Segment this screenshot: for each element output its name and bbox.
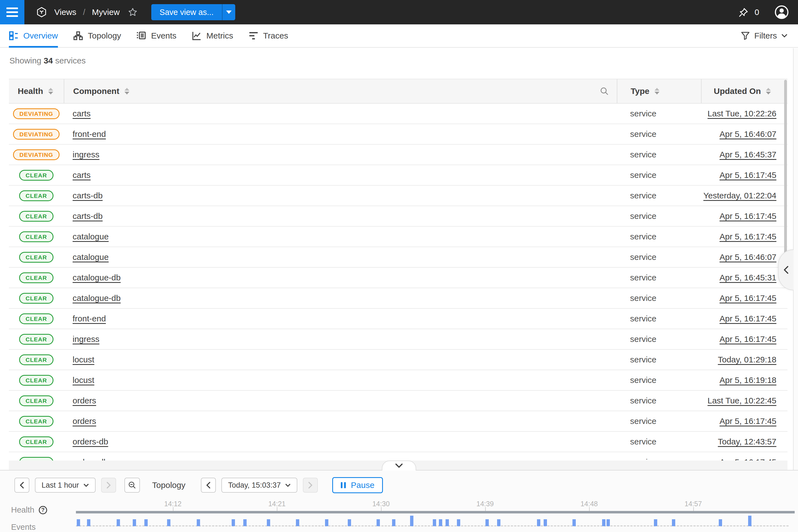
updated-on-link[interactable]: Yesterday, 01:22:04 (703, 191, 776, 200)
column-header-updated-on[interactable]: Updated On (701, 79, 787, 103)
tab-overview[interactable]: Overview (9, 24, 58, 47)
component-link[interactable]: catalogue-db (73, 293, 120, 303)
component-link[interactable]: ingress (73, 335, 99, 344)
updated-on-link[interactable]: Apr 5, 16:17:45 (720, 293, 776, 303)
table-row: DEVIATING ingress service Apr 5, 16:45:3… (9, 145, 787, 165)
updated-on-link[interactable]: Apr 5, 16:19:18 (720, 376, 776, 385)
event-bar[interactable] (377, 519, 380, 526)
table-search-button[interactable] (592, 79, 617, 103)
component-link[interactable]: orders-db (73, 437, 108, 446)
event-bar[interactable] (544, 519, 547, 526)
event-bar[interactable] (433, 519, 436, 526)
component-link[interactable]: orders (73, 416, 96, 425)
updated-on-link[interactable]: Apr 5, 16:17:45 (720, 170, 776, 179)
star-icon[interactable] (128, 7, 138, 17)
event-bar[interactable] (654, 519, 657, 526)
updated-on-link[interactable]: Apr 5, 16:46:07 (720, 252, 776, 262)
updated-on-link[interactable]: Apr 5, 16:17:45 (720, 232, 776, 241)
sort-arrows-icon[interactable] (654, 88, 660, 94)
save-view-dropdown-arrow[interactable] (222, 4, 235, 20)
event-bar[interactable] (572, 519, 576, 526)
component-link[interactable]: carts (73, 109, 91, 118)
event-bar[interactable] (392, 519, 395, 526)
event-bar[interactable] (87, 519, 90, 526)
health-timeline-bar[interactable] (76, 511, 795, 513)
component-link[interactable]: front-end (73, 314, 106, 323)
event-bar[interactable] (232, 519, 235, 526)
timeline-track[interactable]: 14:1214:2114:3014:3914:4814:57 15:03:37 (76, 471, 770, 532)
updated-on-link[interactable]: Apr 5, 16:17:45 (720, 457, 776, 460)
component-link[interactable]: catalogue (73, 252, 109, 262)
event-bar[interactable] (133, 519, 136, 526)
event-bar[interactable] (296, 519, 299, 526)
save-view-as-button[interactable]: Save view as... (151, 4, 222, 20)
event-bar[interactable] (497, 519, 500, 526)
event-bar[interactable] (77, 519, 80, 526)
component-link[interactable]: locust (73, 355, 94, 364)
component-link[interactable]: catalogue-db (73, 273, 120, 282)
event-bar[interactable] (602, 519, 605, 526)
updated-cell: Apr 5, 16:46:07 (701, 252, 787, 262)
table-scrollbar[interactable] (784, 80, 787, 263)
updated-on-link[interactable]: Apr 5, 16:45:31 (720, 273, 776, 282)
updated-on-link[interactable]: Apr 5, 16:17:45 (720, 211, 776, 221)
event-bar[interactable] (348, 519, 351, 526)
component-cell: front-end (64, 129, 617, 139)
event-bar[interactable] (167, 519, 170, 526)
help-icon[interactable]: ? (39, 506, 47, 514)
time-travel-bar: Last 1 hour Topology Today, 15:03:37 Pau… (0, 470, 798, 532)
event-bar[interactable] (410, 516, 413, 526)
event-bar[interactable] (267, 519, 270, 526)
component-link[interactable]: orders (73, 396, 96, 405)
event-bar[interactable] (439, 519, 442, 526)
sort-arrows-icon[interactable] (48, 88, 53, 94)
component-link[interactable]: carts-db (73, 211, 102, 221)
component-link[interactable]: front-end (73, 129, 106, 138)
breadcrumb-views[interactable]: Views (54, 7, 76, 17)
tab-topology[interactable]: Topology (73, 24, 121, 47)
event-bar[interactable] (748, 516, 752, 526)
user-avatar-icon[interactable] (774, 5, 789, 20)
event-bar[interactable] (537, 519, 540, 526)
component-link[interactable]: carts-db (73, 191, 102, 200)
updated-on-link[interactable]: Last Tue, 10:22:26 (707, 109, 776, 118)
range-back-button[interactable] (14, 478, 30, 493)
event-bar[interactable] (445, 519, 449, 526)
updated-on-link[interactable]: Apr 5, 16:17:45 (720, 335, 776, 344)
event-bar[interactable] (457, 519, 460, 526)
updated-on-link[interactable]: Today, 12:43:57 (718, 437, 776, 446)
filters-button[interactable]: Filters (741, 31, 787, 40)
summary-count: 34 (43, 56, 53, 65)
event-bar[interactable] (486, 519, 489, 526)
updated-on-link[interactable]: Apr 5, 16:17:45 (720, 416, 776, 425)
component-link[interactable]: locust (73, 376, 94, 385)
event-bar[interactable] (719, 519, 722, 526)
column-header-health[interactable]: Health (9, 79, 64, 103)
expand-timeline-button[interactable] (382, 460, 416, 471)
updated-on-link[interactable]: Last Tue, 10:22:45 (707, 396, 776, 405)
component-link[interactable]: catalogue (73, 232, 109, 241)
sort-arrows-icon[interactable] (125, 88, 129, 94)
event-bar[interactable] (672, 519, 675, 526)
updated-on-link[interactable]: Today, 01:29:18 (718, 355, 776, 364)
event-bar[interactable] (607, 519, 610, 526)
event-bar[interactable] (197, 519, 200, 526)
tab-traces[interactable]: Traces (249, 24, 288, 47)
updated-on-link[interactable]: Apr 5, 16:17:45 (720, 314, 776, 323)
updated-on-link[interactable]: Apr 5, 16:46:07 (720, 129, 776, 138)
pin-icon[interactable] (738, 6, 749, 18)
event-bar[interactable] (325, 519, 328, 526)
column-header-component[interactable]: Component (64, 79, 592, 103)
updated-on-link[interactable]: Apr 5, 16:45:37 (720, 150, 776, 159)
component-link[interactable]: ingress (73, 150, 99, 159)
hamburger-menu-button[interactable] (0, 0, 24, 24)
sort-arrows-icon[interactable] (766, 88, 771, 94)
tab-metrics[interactable]: Metrics (192, 24, 233, 47)
component-link[interactable]: orders-db (73, 457, 108, 460)
component-link[interactable]: carts (73, 170, 91, 179)
event-bar[interactable] (117, 519, 120, 526)
event-bar[interactable] (144, 519, 148, 526)
tab-events[interactable]: Events (137, 24, 176, 47)
event-bar[interactable] (243, 519, 247, 526)
column-header-type[interactable]: Type (617, 79, 701, 103)
